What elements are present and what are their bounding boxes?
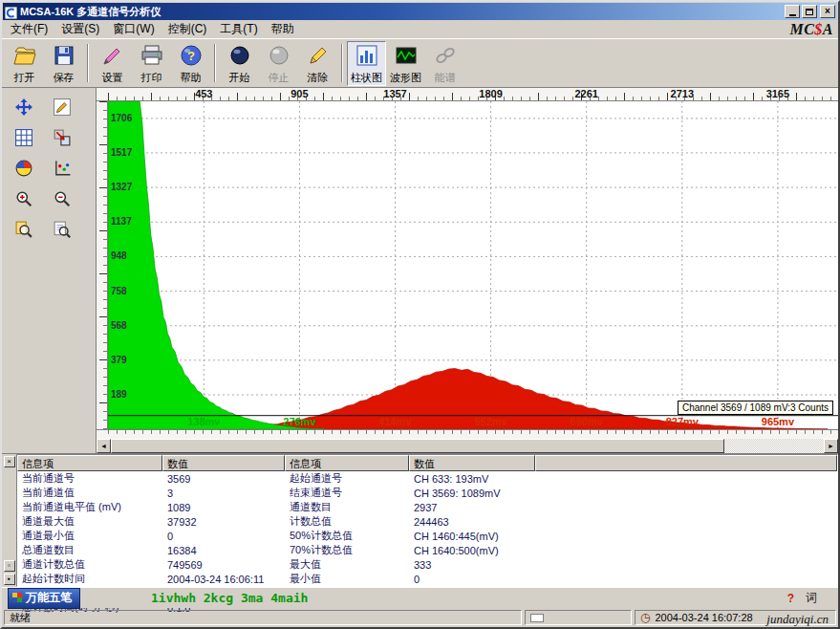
grid-icon [15, 129, 32, 150]
scroll-right-button[interactable]: ► [824, 439, 838, 453]
toolbar-print-button[interactable]: 打印 [132, 41, 171, 86]
menu-item-control[interactable]: 控制(C) [162, 19, 214, 39]
table-row[interactable]: 当前通道号3569起始通道号CH 633: 193mV [17, 471, 837, 486]
pan-tool-button[interactable] [11, 98, 36, 120]
maximize-button[interactable] [802, 5, 817, 18]
status-timestamp: 2004-03-24 16:07:28 [655, 612, 752, 623]
toolbar-help-label: 帮助 [181, 72, 202, 83]
resize-tool-button[interactable] [50, 128, 75, 151]
chart-workspace: 45390513571809226127133165 1893795687589… [2, 88, 838, 453]
color-tool-button[interactable] [11, 159, 36, 182]
scroll-left-button[interactable]: ◄ [97, 439, 111, 453]
svg-text:568: 568 [111, 320, 127, 331]
toolbar-save-label: 保存 [54, 72, 75, 83]
brush-icon [101, 44, 124, 71]
toolbar-waveform-button[interactable]: 波形图 [386, 41, 425, 86]
ruler-tick-label: 1809 [479, 88, 502, 99]
axes-icon [54, 160, 71, 181]
table-row[interactable]: 当前通道值3结束通道号CH 3569: 1089mV [17, 486, 837, 500]
zoom-in-tool-button[interactable] [11, 189, 36, 212]
table-row[interactable]: 通道计数总值749569最大值333 [17, 557, 837, 572]
info-value-cell: 333 [409, 559, 535, 571]
table-row[interactable]: 起始计数时间2004-03-24 16:06:11最小值0 [17, 572, 837, 586]
scrollbar-thumb[interactable] [111, 439, 724, 453]
menu-item-tools[interactable]: 工具(T) [213, 19, 264, 39]
histogram-plot[interactable]: 1893795687589481137132715171706138mv276m… [108, 101, 838, 429]
logo-suffix: A [823, 21, 833, 37]
toolbar-spectrum-label: 能谱 [435, 72, 456, 83]
ime-help-button[interactable]: ? [787, 592, 794, 605]
info-table-header-cell[interactable]: 信息项 [17, 455, 162, 471]
close-button[interactable]: × [820, 5, 835, 18]
dock-toggle-top-button[interactable]: ▫ [4, 560, 15, 572]
dock-toggle-bottom-button[interactable]: ▪ [4, 574, 15, 585]
info-value-cell: 244463 [409, 516, 535, 528]
clear-pencil-icon [307, 44, 330, 71]
pan-icon [15, 98, 32, 119]
menu-item-window[interactable]: 窗口(W) [106, 19, 161, 39]
pencil-icon [54, 98, 71, 119]
ruler-tick-label: 905 [291, 88, 308, 99]
edit-tool-button[interactable] [50, 98, 75, 120]
toolbar-save-button[interactable]: 保存 [44, 41, 83, 86]
info-label-cell: 最小值 [285, 572, 409, 586]
toolbar-separator [341, 44, 343, 82]
title-bar: MCSA-16K 多通道信号分析仪 × [3, 3, 837, 20]
status-ready: 就绪 [4, 610, 522, 625]
info-table-header-cell[interactable]: 数值 [409, 455, 535, 471]
menu-item-settings[interactable]: 设置(S) [54, 19, 106, 39]
svg-text:690mv: 690mv [571, 416, 604, 427]
info-panel-close-button[interactable]: × [4, 456, 15, 467]
clock-icon: ◷ [640, 612, 650, 623]
mcsa-logo: MC$A [789, 21, 833, 38]
toolbar-separator [214, 44, 216, 82]
color-pie-icon [15, 160, 32, 181]
zoom-out-tool-button[interactable] [50, 189, 75, 212]
zoom-full-tool-button[interactable] [50, 220, 75, 243]
table-row[interactable]: 通道最小值050%计数总值CH 1460:445(mV) [17, 529, 837, 543]
info-table: 信息项数值信息项数值当前通道号3569起始通道号CH 633: 193mV当前通… [16, 454, 838, 587]
info-value-cell: CH 633: 193mV [409, 473, 535, 485]
svg-text:1517: 1517 [111, 147, 133, 158]
toolbar-setup-button[interactable]: 设置 [93, 41, 132, 86]
help-ball-icon: ? [180, 44, 203, 71]
svg-text:948: 948 [111, 250, 127, 261]
open-folder-icon [13, 44, 36, 71]
ruler-tick-label: 3165 [766, 88, 789, 99]
table-row[interactable]: 当前通道电平值 (mV)1089通道数目2937 [17, 500, 837, 514]
info-label-cell: 起始计数时间 [17, 572, 162, 586]
info-panel: × ▫ ▪ 信息项数值信息项数值当前通道号3569起始通道号CH 633: 19… [2, 453, 838, 587]
grid-tool-button[interactable] [11, 128, 36, 151]
ime-engine-button[interactable]: 万能五笔 [8, 588, 80, 609]
status-progress-box [530, 614, 544, 622]
toolbar-clear-button[interactable]: 清除 [298, 41, 337, 86]
info-value-cell: 749569 [162, 559, 285, 571]
ime-word-button[interactable]: 词 [806, 590, 817, 606]
window-title: MCSA-16K 多通道信号分析仪 [20, 5, 782, 19]
axes-tool-button[interactable] [50, 159, 75, 182]
info-table-header-cell[interactable]: 数值 [162, 455, 285, 471]
table-row[interactable]: 总通道数目1638470%计数总值CH 1640:500(mV) [17, 543, 837, 557]
toolbar-open-button[interactable]: 打开 [5, 41, 44, 86]
info-label-cell: 最大值 [285, 557, 409, 572]
toolbar-print-label: 打印 [141, 72, 162, 83]
ime-bar: 万能五笔 1ivhwh 2kcg 3ma 4maih ? 词 [2, 587, 838, 608]
info-value-cell: 2004-03-24 16:06:11 [162, 574, 285, 585]
toolbar-histogram-button[interactable]: 柱状图 [347, 41, 386, 86]
app-window: MCSA-16K 多通道信号分析仪 × 文件(F)设置(S)窗口(W)控制(C)… [0, 0, 840, 629]
menu-item-help[interactable]: 帮助 [265, 19, 301, 39]
minimize-button[interactable] [785, 5, 800, 18]
toolbar: 打开保存设置打印?帮助开始停止清除柱状图波形图能谱 [2, 38, 838, 88]
ime-candidates[interactable]: 1ivhwh 2kcg 3ma 4maih [151, 591, 308, 605]
chart-tooltip: Channel 3569 / 1089 mV:3 Counts [678, 401, 833, 415]
menu-item-file[interactable]: 文件(F) [4, 19, 54, 39]
toolbar-help-button[interactable]: ?帮助 [171, 41, 210, 86]
info-table-header-cell[interactable]: 信息项 [285, 455, 409, 471]
info-value-cell: 3 [162, 488, 285, 499]
info-label-cell: 70%计数总值 [285, 543, 409, 557]
table-row[interactable]: 通道最大值37932计数总值244463 [17, 514, 837, 529]
scrollbar-track[interactable] [111, 439, 824, 453]
toolbar-start-button[interactable]: 开始 [220, 41, 259, 86]
zoom-region-tool-button[interactable] [11, 220, 36, 243]
toolbar-start-label: 开始 [229, 72, 250, 83]
